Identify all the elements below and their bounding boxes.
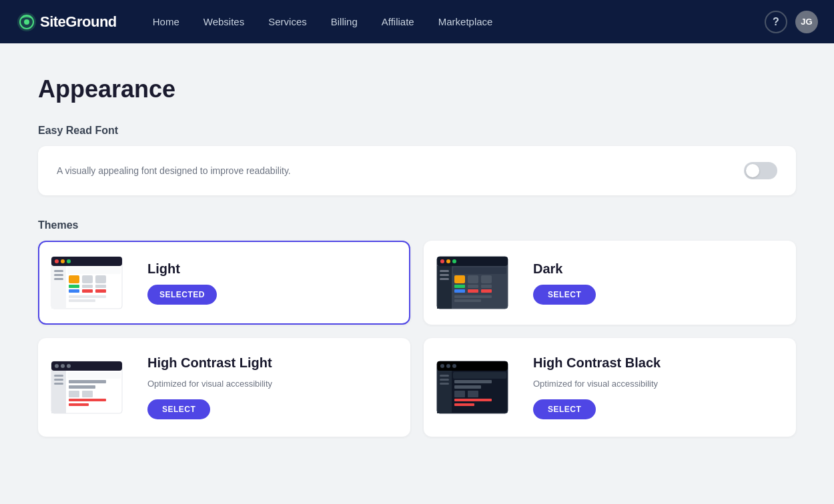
svg-rect-5 bbox=[55, 259, 59, 263]
svg-rect-72 bbox=[454, 385, 481, 389]
svg-point-2 bbox=[24, 19, 29, 25]
svg-rect-34 bbox=[454, 275, 465, 283]
theme-card-dark[interactable]: Dark SELECT bbox=[424, 241, 796, 325]
hc-light-theme-illustration bbox=[50, 360, 123, 415]
theme-preview-hc-dark bbox=[425, 347, 520, 428]
easy-read-toggle[interactable] bbox=[744, 162, 777, 179]
dark-theme-select-button[interactable]: SELECT bbox=[533, 285, 596, 305]
svg-rect-18 bbox=[82, 289, 93, 293]
svg-rect-50 bbox=[51, 371, 66, 413]
light-theme-name: Light bbox=[147, 261, 396, 277]
svg-rect-65 bbox=[452, 364, 456, 368]
help-button[interactable]: ? bbox=[765, 11, 787, 33]
page-title: Appearance bbox=[38, 75, 796, 103]
easy-read-label: Easy Read Font bbox=[38, 125, 796, 137]
theme-preview-dark bbox=[425, 242, 520, 323]
svg-rect-41 bbox=[481, 285, 492, 288]
theme-preview-light bbox=[39, 242, 134, 323]
svg-rect-19 bbox=[95, 275, 106, 283]
dark-theme-illustration bbox=[436, 255, 509, 310]
svg-rect-60 bbox=[69, 403, 89, 406]
svg-rect-16 bbox=[82, 275, 93, 283]
hc-light-theme-select-button[interactable]: SELECT bbox=[147, 399, 210, 419]
svg-rect-56 bbox=[69, 385, 95, 389]
svg-rect-52 bbox=[54, 379, 63, 381]
hc-light-theme-desc: Optimized for visual accessibility bbox=[147, 379, 396, 389]
svg-rect-38 bbox=[468, 285, 478, 288]
svg-rect-73 bbox=[454, 391, 465, 397]
svg-rect-9 bbox=[54, 270, 63, 272]
dark-theme-info: Dark SELECT bbox=[520, 245, 795, 321]
svg-rect-63 bbox=[440, 364, 444, 368]
nav-actions: ? JG bbox=[765, 11, 818, 33]
svg-rect-59 bbox=[69, 399, 106, 401]
hc-light-theme-info: High Contrast Light Optimized for visual… bbox=[134, 339, 409, 435]
hc-dark-theme-name: High Contrast Black bbox=[533, 355, 781, 371]
svg-rect-40 bbox=[481, 275, 492, 283]
nav-billing[interactable]: Billing bbox=[322, 11, 367, 33]
avatar-button[interactable]: JG bbox=[795, 11, 818, 33]
svg-rect-75 bbox=[454, 399, 492, 401]
svg-rect-15 bbox=[69, 289, 79, 293]
theme-card-hc-dark[interactable]: High Contrast Black Optimized for visual… bbox=[424, 338, 796, 437]
svg-rect-7 bbox=[67, 259, 71, 263]
light-theme-info: Light SELECTED bbox=[134, 245, 409, 321]
svg-rect-49 bbox=[67, 364, 71, 368]
svg-rect-32 bbox=[440, 278, 449, 280]
hc-dark-theme-select-button[interactable]: SELECT bbox=[533, 399, 596, 419]
light-theme-selected-button[interactable]: SELECTED bbox=[147, 285, 217, 305]
brand-name: SiteGround bbox=[40, 13, 117, 31]
svg-rect-39 bbox=[468, 289, 478, 293]
themes-grid: Light SELECTED bbox=[38, 241, 796, 437]
svg-rect-30 bbox=[440, 270, 449, 272]
svg-rect-51 bbox=[54, 375, 63, 377]
logo[interactable]: SiteGround bbox=[16, 11, 117, 33]
hc-light-theme-name: High Contrast Light bbox=[147, 355, 396, 371]
easy-read-card: A visually appealing font designed to im… bbox=[38, 146, 796, 195]
dark-theme-name: Dark bbox=[533, 261, 781, 277]
svg-rect-67 bbox=[440, 375, 449, 377]
nav-affiliate[interactable]: Affiliate bbox=[372, 11, 424, 33]
svg-rect-76 bbox=[454, 403, 474, 406]
hc-dark-theme-desc: Optimized for visual accessibility bbox=[533, 379, 781, 389]
theme-card-hc-light[interactable]: High Contrast Light Optimized for visual… bbox=[38, 338, 410, 437]
svg-rect-35 bbox=[454, 285, 465, 288]
svg-rect-11 bbox=[54, 278, 63, 280]
light-theme-illustration bbox=[50, 255, 123, 310]
svg-rect-66 bbox=[437, 371, 452, 413]
svg-rect-14 bbox=[69, 285, 79, 288]
svg-rect-17 bbox=[82, 285, 93, 288]
svg-rect-48 bbox=[61, 364, 65, 368]
svg-rect-23 bbox=[69, 299, 95, 302]
svg-rect-13 bbox=[69, 275, 79, 283]
svg-rect-71 bbox=[454, 380, 492, 383]
svg-rect-47 bbox=[55, 364, 59, 368]
svg-rect-27 bbox=[446, 259, 450, 263]
svg-rect-28 bbox=[452, 259, 456, 263]
svg-rect-54 bbox=[67, 372, 121, 379]
theme-card-light[interactable]: Light SELECTED bbox=[38, 241, 410, 325]
theme-preview-hc-light bbox=[39, 347, 134, 428]
svg-rect-42 bbox=[481, 289, 492, 293]
svg-rect-8 bbox=[51, 266, 66, 309]
svg-rect-20 bbox=[95, 285, 106, 288]
svg-rect-33 bbox=[453, 267, 506, 274]
svg-rect-26 bbox=[440, 259, 444, 263]
svg-rect-55 bbox=[69, 380, 106, 383]
nav-services[interactable]: Services bbox=[259, 11, 316, 33]
svg-rect-12 bbox=[67, 267, 121, 274]
main-content: Appearance Easy Read Font A visually app… bbox=[17, 43, 817, 469]
svg-rect-31 bbox=[440, 274, 449, 276]
navbar: SiteGround Home Websites Services Billin… bbox=[0, 0, 834, 43]
nav-marketplace[interactable]: Marketplace bbox=[429, 11, 502, 33]
themes-label: Themes bbox=[38, 219, 796, 231]
svg-rect-44 bbox=[454, 299, 481, 302]
nav-home[interactable]: Home bbox=[143, 11, 189, 33]
svg-rect-6 bbox=[61, 259, 65, 263]
nav-links: Home Websites Services Billing Affiliate… bbox=[143, 11, 743, 33]
svg-rect-64 bbox=[446, 364, 450, 368]
svg-rect-74 bbox=[468, 391, 478, 397]
svg-rect-58 bbox=[82, 391, 93, 397]
nav-websites[interactable]: Websites bbox=[194, 11, 254, 33]
svg-rect-68 bbox=[440, 379, 449, 381]
